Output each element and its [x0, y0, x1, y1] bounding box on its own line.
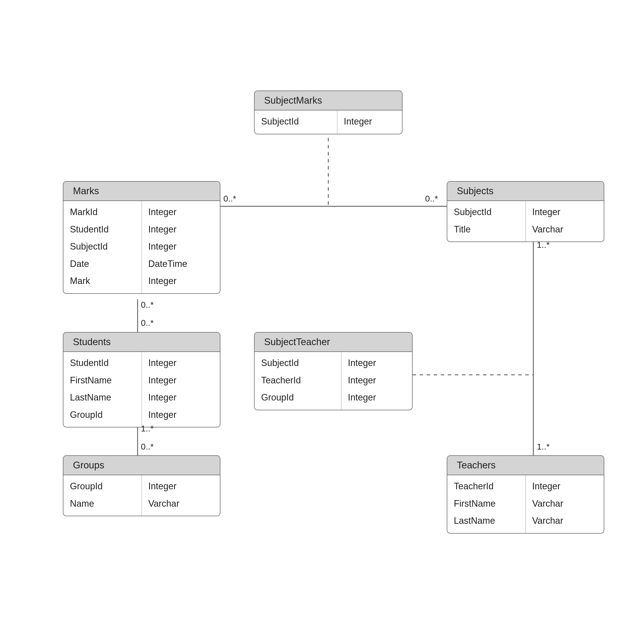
entity-subjectmarks: SubjectMarks SubjectId Integer — [254, 91, 403, 134]
field-type: Integer — [337, 113, 402, 130]
field-name: TeacherId — [447, 478, 526, 495]
field-name: LastName — [63, 389, 142, 406]
field-type: Integer — [526, 204, 604, 221]
field-name: StudentId — [63, 221, 142, 238]
field-name: Date — [63, 255, 142, 273]
er-diagram-canvas: SubjectMarks SubjectId Integer Marks Mar… — [0, 0, 644, 644]
field-name: Mark — [63, 272, 142, 290]
entity-subjects: Subjects SubjectId Title Integer Varchar — [447, 181, 604, 242]
entity-students: Students StudentId FirstName LastName Gr… — [63, 332, 220, 427]
field-type: Varchar — [526, 221, 604, 238]
field-type: Integer — [142, 221, 220, 238]
field-name: Name — [63, 495, 142, 512]
field-type: Integer — [341, 354, 412, 372]
field-name: FirstName — [447, 495, 526, 512]
field-name: SubjectId — [255, 113, 337, 130]
field-type: Varchar — [526, 512, 604, 530]
multiplicity-label: 0..* — [141, 442, 154, 452]
entity-subjectteacher: SubjectTeacher SubjectId TeacherId Group… — [254, 332, 413, 410]
field-type: Integer — [341, 389, 412, 406]
field-name: Title — [447, 221, 526, 238]
multiplicity-label: 1..* — [537, 240, 550, 250]
field-type: DateTime — [142, 255, 220, 273]
entity-teachers: Teachers TeacherId FirstName LastName In… — [447, 455, 604, 534]
field-type: Integer — [142, 372, 220, 389]
field-name: GroupId — [63, 406, 142, 424]
field-name: FirstName — [63, 372, 142, 389]
multiplicity-label: 0..* — [141, 300, 154, 310]
field-type: Integer — [142, 238, 220, 255]
entity-title: Teachers — [447, 456, 604, 475]
field-type: Varchar — [142, 495, 220, 512]
field-name: GroupId — [255, 389, 341, 406]
field-type: Integer — [142, 478, 220, 495]
entity-groups: Groups GroupId Name Integer Varchar — [63, 455, 220, 516]
field-name: MarkId — [63, 204, 142, 221]
field-type: Integer — [142, 354, 220, 372]
multiplicity-label: 0..* — [223, 194, 236, 204]
multiplicity-label: 1..* — [537, 442, 550, 452]
field-type: Integer — [341, 372, 412, 389]
field-type: Integer — [142, 204, 220, 221]
field-type: Integer — [526, 478, 604, 495]
field-name: TeacherId — [255, 372, 341, 389]
multiplicity-label: 0..* — [141, 318, 154, 328]
entity-title: SubjectMarks — [255, 91, 402, 110]
field-type: Integer — [142, 272, 220, 290]
entity-marks: Marks MarkId StudentId SubjectId Date Ma… — [63, 181, 220, 294]
entity-title: Marks — [63, 182, 220, 201]
field-name: SubjectId — [447, 204, 526, 221]
field-name: SubjectId — [255, 354, 341, 372]
multiplicity-label: 1..* — [141, 424, 154, 433]
field-type: Varchar — [526, 495, 604, 512]
field-type: Integer — [142, 389, 220, 406]
multiplicity-label: 0..* — [425, 194, 438, 204]
field-name: LastName — [447, 512, 526, 530]
entity-title: Subjects — [447, 182, 604, 201]
entity-title: SubjectTeacher — [255, 333, 412, 352]
field-type: Integer — [142, 406, 220, 424]
field-name: StudentId — [63, 354, 142, 372]
entity-title: Groups — [63, 456, 220, 475]
field-name: SubjectId — [63, 238, 142, 255]
field-name: GroupId — [63, 478, 142, 495]
entity-title: Students — [63, 333, 220, 352]
